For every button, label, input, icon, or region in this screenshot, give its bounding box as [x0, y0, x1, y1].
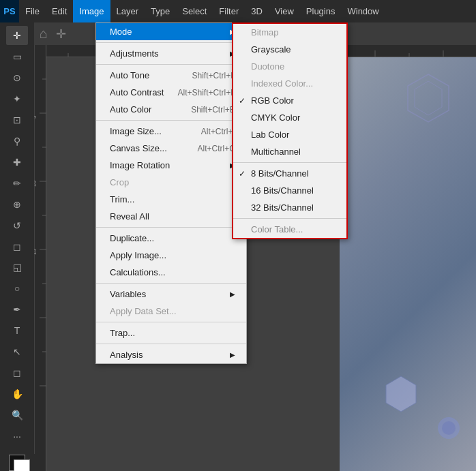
image-menu-dropdown: Mode ▶ Adjustments ▶ Auto Tone Shift+Ctr… [95, 22, 247, 364]
mode-lab-color[interactable]: Lab Color [233, 126, 346, 143]
svg-text:5: 5 [34, 115, 38, 119]
menu-image-size[interactable]: Image Size... Alt+Ctrl+I [96, 123, 246, 140]
svg-text:15: 15 [34, 249, 38, 255]
menu-mode[interactable]: Mode ▶ [96, 23, 246, 40]
mode-cmyk-color[interactable]: CMYK Color [233, 109, 346, 126]
svg-marker-30 [386, 376, 416, 412]
tool-history[interactable]: ↺ [6, 216, 28, 235]
tool-stamp[interactable]: ⊕ [6, 195, 28, 214]
ruler-vertical: 5 10 15 [34, 45, 46, 471]
tool-shape[interactable]: ◻ [6, 363, 28, 382]
mode-separator-2 [233, 218, 346, 219]
menu-auto-tone[interactable]: Auto Tone Shift+Ctrl+L [96, 67, 246, 84]
tool-eyedropper[interactable]: ⚲ [6, 132, 28, 151]
mode-duotone: Duotone [233, 58, 346, 75]
menu-plugins[interactable]: Plugins [300, 0, 342, 22]
tool-extra[interactable]: ··· [6, 427, 28, 446]
foreground-color[interactable] [9, 455, 25, 471]
tool-pen[interactable]: ✒ [6, 300, 28, 319]
tool-path-select[interactable]: ↖ [6, 342, 28, 361]
submenu-arrow: ▶ [230, 351, 235, 359]
tool-eraser[interactable]: ◻ [6, 237, 28, 256]
svg-text:10: 10 [34, 181, 38, 187]
tool-move[interactable]: ✛ [6, 26, 28, 45]
menu-image[interactable]: Image [73, 0, 110, 22]
menu-apply-image[interactable]: Apply Image... [96, 247, 246, 264]
menu-variables[interactable]: Variables ▶ [96, 286, 246, 303]
menu-image-rotation[interactable]: Image Rotation ▶ [96, 157, 246, 174]
menu-file[interactable]: File [19, 0, 46, 22]
tool-gradient[interactable]: ◱ [6, 258, 28, 277]
menu-calculations[interactable]: Calculations... [96, 264, 246, 281]
separator-2 [96, 64, 246, 65]
tool-magic-wand[interactable]: ✦ [6, 89, 28, 108]
menu-layer[interactable]: Layer [110, 0, 145, 22]
menu-edit[interactable]: Edit [46, 0, 73, 22]
mode-grayscale[interactable]: Grayscale [233, 41, 346, 58]
home-icon[interactable]: ⌂ [40, 26, 48, 42]
menu-adjustments[interactable]: Adjustments ▶ [96, 45, 246, 62]
menu-analysis[interactable]: Analysis ▶ [96, 346, 246, 363]
mode-color-table: Color Table... [233, 221, 346, 238]
tool-brush[interactable]: ✏ [6, 174, 28, 193]
menu-reveal-all[interactable]: Reveal All [96, 208, 246, 225]
menu-auto-contrast[interactable]: Auto Contrast Alt+Shift+Ctrl+L [96, 84, 246, 101]
separator-4 [96, 227, 246, 228]
ps-logo: PS [0, 0, 19, 22]
menu-view[interactable]: View [269, 0, 300, 22]
tool-select-rect[interactable]: ▭ [6, 47, 28, 66]
mode-separator-1 [233, 162, 346, 163]
separator-3 [96, 120, 246, 121]
menu-trim[interactable]: Trim... [96, 191, 246, 208]
tool-dodge[interactable]: ○ [6, 279, 28, 298]
menu-type[interactable]: Type [145, 0, 176, 22]
menu-duplicate[interactable]: Duplicate... [96, 230, 246, 247]
separator-5 [96, 283, 246, 284]
menu-crop: Crop [96, 174, 246, 191]
menu-apply-data-set: Apply Data Set... [96, 303, 246, 320]
menu-auto-color[interactable]: Auto Color Shift+Ctrl+B [96, 101, 246, 118]
svg-point-32 [442, 421, 456, 435]
menu-3d[interactable]: 3D [245, 0, 269, 22]
svg-marker-29 [415, 81, 442, 115]
move-icon[interactable]: ✛ [56, 27, 66, 42]
tool-crop[interactable]: ⊡ [6, 110, 28, 130]
mode-indexed-color: Indexed Color... [233, 75, 346, 92]
tool-heal[interactable]: ✚ [6, 153, 28, 172]
mode-32-bits[interactable]: 32 Bits/Channel [233, 199, 346, 216]
separator-1 [96, 42, 246, 43]
mode-rgb-color[interactable]: RGB Color [233, 92, 346, 109]
tool-hand[interactable]: ✋ [6, 384, 28, 404]
menu-trap[interactable]: Trap... [96, 324, 246, 341]
tool-lasso[interactable]: ⊙ [6, 68, 28, 87]
tool-zoom[interactable]: 🔍 [6, 406, 28, 425]
separator-6 [96, 322, 246, 322]
mode-multichannel[interactable]: Multichannel [233, 143, 346, 160]
mode-16-bits[interactable]: 16 Bits/Channel [233, 182, 346, 199]
menu-canvas-size[interactable]: Canvas Size... Alt+Ctrl+C [96, 140, 246, 157]
submenu-arrow: ▶ [230, 290, 235, 298]
menu-window[interactable]: Window [341, 0, 385, 22]
tool-text[interactable]: T [6, 321, 28, 340]
menubar: PS File Edit Image Layer Type Select Fil… [0, 0, 476, 22]
background-color[interactable] [14, 459, 30, 471]
toolbar: ✛ ▭ ⊙ ✦ ⊡ ⚲ ✚ ✏ ⊕ ↺ ◻ ◱ ○ ✒ T ↖ ◻ ✋ 🔍 ··… [0, 22, 34, 471]
mode-8-bits[interactable]: 8 Bits/Channel [233, 165, 346, 182]
menu-filter[interactable]: Filter [213, 0, 245, 22]
mode-submenu: Bitmap Grayscale Duotone Indexed Color..… [232, 22, 348, 239]
menu-select[interactable]: Select [176, 0, 213, 22]
separator-7 [96, 344, 246, 344]
mode-bitmap: Bitmap [233, 24, 346, 41]
